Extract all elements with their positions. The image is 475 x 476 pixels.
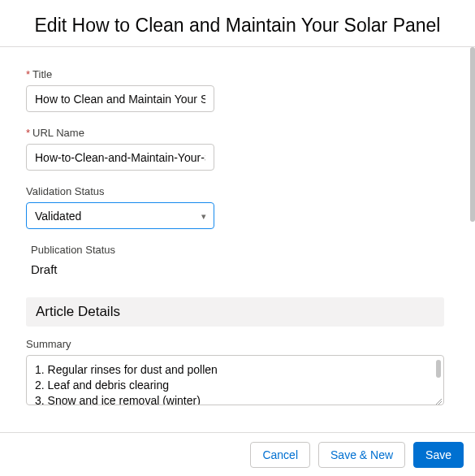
url-name-input[interactable] — [26, 144, 214, 171]
edit-article-modal: Edit How to Clean and Maintain Your Sola… — [0, 0, 475, 476]
page-title: Edit How to Clean and Maintain Your Sola… — [0, 0, 475, 47]
modal-body: Title URL Name Validation Status Validat… — [0, 47, 475, 434]
modal-scrollbar-track[interactable] — [470, 47, 475, 434]
save-button[interactable]: Save — [413, 442, 464, 468]
publication-status-value: Draft — [26, 261, 444, 276]
save-and-new-button[interactable]: Save & New — [318, 442, 405, 468]
validation-status-label: Validation Status — [26, 185, 444, 197]
publication-status-label: Publication Status — [31, 244, 444, 256]
title-label: Title — [26, 68, 444, 80]
validation-status-select[interactable]: Validated — [26, 202, 214, 229]
section-article-details: Article Details — [26, 297, 444, 327]
textarea-scroll-thumb[interactable] — [436, 360, 441, 378]
title-input[interactable] — [26, 85, 214, 112]
modal-scrollbar-thumb[interactable] — [470, 47, 475, 222]
summary-textarea[interactable] — [26, 355, 444, 405]
cancel-button[interactable]: Cancel — [250, 442, 310, 468]
url-name-label: URL Name — [26, 127, 444, 139]
summary-label: Summary — [26, 338, 444, 350]
validation-status-value: Validated — [35, 210, 81, 223]
modal-footer: Cancel Save & New Save — [0, 432, 475, 476]
